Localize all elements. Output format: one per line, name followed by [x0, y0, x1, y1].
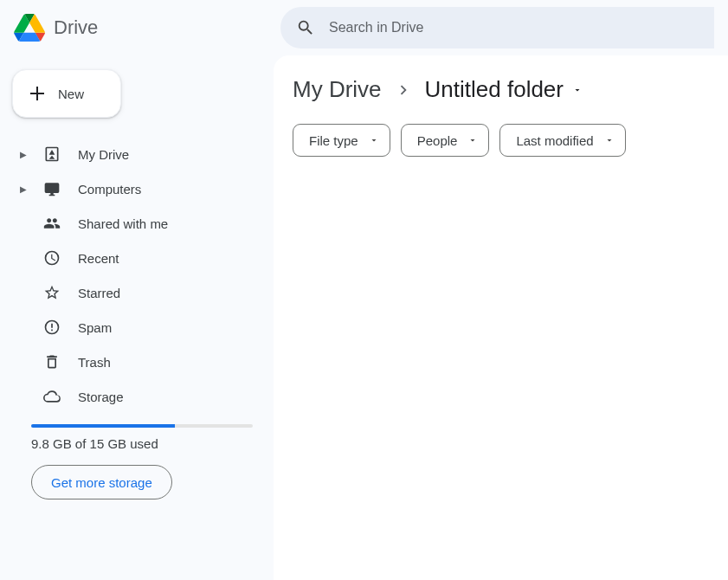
- chevron-right-icon: [394, 81, 413, 100]
- nav-label: Starred: [78, 286, 120, 300]
- sidebar: New ▶ My Drive ▶ Computers Shared with m…: [0, 55, 274, 580]
- nav-label: Trash: [78, 355, 111, 370]
- logo[interactable]: Drive: [14, 14, 274, 42]
- filter-last-modified[interactable]: Last modified: [499, 124, 625, 157]
- header: Drive Search in Drive: [0, 0, 728, 55]
- expand-arrow-icon: ▶: [19, 184, 28, 194]
- nav-my-drive[interactable]: ▶ My Drive: [12, 137, 263, 171]
- star-icon: [43, 284, 62, 301]
- get-more-storage-button[interactable]: Get more storage: [31, 465, 172, 499]
- my-drive-icon: [43, 145, 62, 163]
- expand-arrow-icon: ▶: [19, 150, 28, 159]
- nav-label: Recent: [78, 251, 119, 266]
- filter-people[interactable]: People: [401, 124, 490, 157]
- nav-spam[interactable]: Spam: [12, 310, 263, 345]
- cloud-icon: [43, 388, 62, 405]
- breadcrumb-current[interactable]: Untitled folder: [425, 76, 583, 103]
- people-icon: [43, 215, 62, 232]
- nav-trash[interactable]: Trash: [12, 345, 263, 379]
- plus-icon: [27, 83, 48, 104]
- filter-chips: File type People Last modified: [293, 124, 709, 157]
- nav-computers[interactable]: ▶ Computers: [12, 171, 263, 206]
- breadcrumb-root[interactable]: My Drive: [293, 76, 382, 103]
- dropdown-icon: [369, 135, 379, 145]
- search-icon: [296, 18, 315, 37]
- nav-label: Storage: [78, 390, 124, 404]
- dropdown-icon: [604, 135, 615, 145]
- nav-recent[interactable]: Recent: [12, 241, 263, 275]
- nav-storage[interactable]: Storage: [12, 379, 263, 414]
- storage-bar: [31, 424, 253, 428]
- search-placeholder: Search in Drive: [329, 20, 423, 35]
- breadcrumb: My Drive Untitled folder: [293, 76, 709, 103]
- search-bar[interactable]: Search in Drive: [280, 7, 714, 48]
- new-button[interactable]: New: [12, 69, 121, 118]
- clock-icon: [43, 249, 62, 267]
- main-content: My Drive Untitled folder File type Peopl…: [274, 55, 728, 580]
- nav-label: Spam: [78, 320, 112, 335]
- nav-shared[interactable]: Shared with me: [12, 206, 263, 241]
- dropdown-icon: [572, 85, 583, 95]
- storage-fill: [31, 424, 175, 428]
- app-name: Drive: [54, 16, 98, 39]
- storage-text: 9.8 GB of 15 GB used: [31, 436, 263, 451]
- nav-list: ▶ My Drive ▶ Computers Shared with me Re…: [12, 137, 263, 414]
- nav-label: Computers: [78, 182, 141, 197]
- nav-starred[interactable]: Starred: [12, 275, 263, 310]
- nav-label: My Drive: [78, 147, 129, 162]
- computers-icon: [43, 180, 62, 197]
- drive-logo-icon: [14, 14, 45, 42]
- spam-icon: [43, 319, 62, 336]
- trash-icon: [43, 353, 62, 371]
- dropdown-icon: [467, 135, 478, 145]
- nav-label: Shared with me: [78, 216, 168, 231]
- filter-file-type[interactable]: File type: [293, 124, 390, 157]
